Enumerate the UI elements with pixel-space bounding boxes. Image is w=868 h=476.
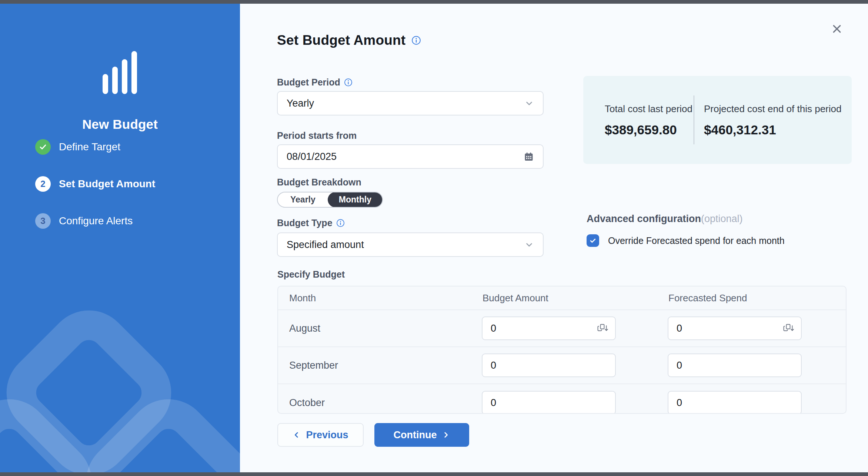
budget-amount-input[interactable] [482,391,616,414]
month-label: September [278,360,471,371]
info-icon[interactable] [336,219,345,227]
forecasted-spend-input[interactable] [668,391,802,414]
budget-type-select[interactable]: Specified amount [277,232,544,257]
continue-button[interactable]: Continue [374,423,469,447]
forecasted-spend-input[interactable] [668,316,802,340]
table-header-row: Month Budget Amount Forecasted Spend [278,286,846,310]
step-label: Set Budget Amount [59,178,155,190]
projected-cost-label: Projected cost end of this period [704,103,841,115]
optional-hint: (optional) [701,213,743,225]
table-row: September [278,347,846,384]
chevron-down-icon [524,240,534,249]
specify-budget-label: Specify Budget [277,269,345,280]
close-icon[interactable] [829,21,845,37]
budget-amount-input[interactable] [482,316,616,340]
check-icon [35,139,51,155]
continue-label: Continue [394,429,437,441]
date-field[interactable] [287,151,494,162]
info-icon[interactable] [411,36,421,45]
wizard-title: New Budget [0,117,240,132]
fill-down-icon[interactable] [597,324,608,333]
chevron-down-icon [524,98,534,108]
cost-summary-panel: Total cost last period $389,659.80 Proje… [583,76,852,164]
breakdown-option-yearly[interactable]: Yearly [278,192,328,207]
period-starts-label: Period starts from [277,130,357,141]
budget-amount-field[interactable] [491,360,608,371]
forecasted-spend-field[interactable] [677,323,783,334]
forecasted-spend-field[interactable] [677,397,794,409]
projected-cost-value: $460,312.31 [704,123,841,137]
brand-watermark [0,209,240,472]
fill-down-icon[interactable] [783,324,794,333]
advanced-configuration-title: Advanced configuration [587,213,701,225]
advanced-configuration: Advanced configuration (optional) Overri… [587,213,785,247]
override-forecast-label: Override Forecasted spend for each month [608,235,785,246]
desktop-edge-top [0,0,868,4]
desktop-edge-bottom [0,472,868,476]
page-title: Set Budget Amount [277,33,405,48]
budget-period-select[interactable]: Yearly [277,91,544,115]
month-label: October [278,397,471,409]
budget-breakdown-label: Budget Breakdown [277,177,361,188]
step-configure-alerts[interactable]: 3 Configure Alerts [35,213,155,229]
forecasted-spend-field[interactable] [677,360,794,371]
budget-period-value: Yearly [287,98,314,109]
calendar-icon[interactable] [524,151,534,162]
breakdown-option-monthly[interactable]: Monthly [328,192,383,207]
step-label: Configure Alerts [59,215,133,227]
check-icon [589,237,597,244]
wizard-sidebar: New Budget Define Target 2 Set Budget Am… [0,4,240,472]
forecasted-spend-input[interactable] [668,353,802,377]
info-icon[interactable] [344,78,353,87]
budget-amount-field[interactable] [491,397,608,409]
previous-button[interactable]: Previous [277,423,364,447]
step-label: Define Target [59,141,120,153]
total-cost-value: $389,659.80 [605,123,694,137]
table-row: August [278,310,846,347]
new-budget-modal: New Budget Define Target 2 Set Budget Am… [0,0,868,476]
step-number: 3 [35,213,51,229]
step-number: 2 [35,176,51,192]
budget-type-label: Budget Type [277,218,333,228]
month-label: August [278,323,471,334]
override-forecast-checkbox[interactable] [587,234,599,247]
wizard-steps: Define Target 2 Set Budget Amount 3 Conf… [35,139,155,229]
total-cost-label: Total cost last period [605,103,694,115]
chevron-left-icon [293,431,301,439]
budget-amount-field[interactable] [491,323,597,334]
column-forecasted-spend: Forecasted Spend [657,292,846,304]
previous-label: Previous [306,429,348,441]
chevron-right-icon [442,431,450,439]
budget-breakdown-toggle: Yearly Monthly [277,192,383,208]
period-starts-input[interactable] [277,144,544,169]
step-define-target[interactable]: Define Target [35,139,155,155]
set-budget-panel: Set Budget Amount Budget Period Yearly P… [240,4,868,472]
bar-chart-icon [103,51,137,94]
specify-budget-table: Month Budget Amount Forecasted Spend Aug… [277,286,847,414]
step-set-budget-amount[interactable]: 2 Set Budget Amount [35,176,155,192]
divider [694,95,694,144]
table-row: October [278,384,846,414]
budget-period-label: Budget Period [277,77,340,88]
budget-amount-input[interactable] [482,353,616,377]
column-month: Month [278,292,471,304]
column-budget-amount: Budget Amount [471,292,657,304]
budget-type-value: Specified amount [287,239,364,251]
